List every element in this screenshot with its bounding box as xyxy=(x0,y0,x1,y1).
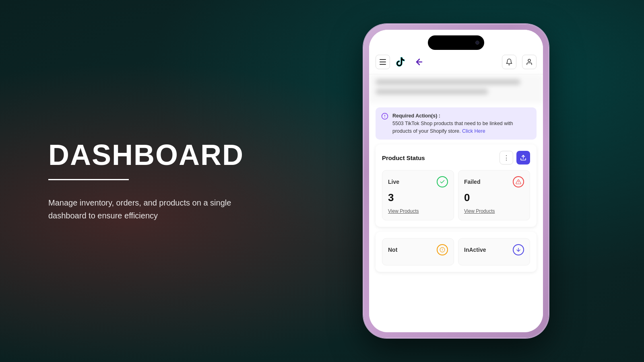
alert-box: Required Action(s) : 5503 TikTok Shop pr… xyxy=(376,107,537,140)
failed-count: 0 xyxy=(464,191,524,204)
alert-message: 5503 TikTok Shop products that need to b… xyxy=(392,121,513,134)
back-icon xyxy=(411,55,425,69)
alert-title: Required Action(s) : xyxy=(392,113,440,119)
live-icon xyxy=(437,176,448,187)
dashboard-description: Manage inventory, orders, and products o… xyxy=(48,196,233,222)
inactive-status-cell: InActive xyxy=(458,238,530,265)
alert-text: Required Action(s) : 5503 TikTok Shop pr… xyxy=(392,112,531,135)
blurred-section xyxy=(369,74,543,103)
blur-line-2 xyxy=(376,89,488,95)
live-view-products-link[interactable]: View Products xyxy=(388,208,419,214)
svg-point-0 xyxy=(528,59,530,62)
camera-dot xyxy=(475,41,479,45)
live-status-cell: Live 3 View Products xyxy=(382,170,454,220)
hamburger-line-2 xyxy=(380,62,386,62)
phone-wrapper: Required Action(s) : 5503 TikTok Shop pr… xyxy=(363,24,549,338)
status-grid: Live 3 View Products xyxy=(382,170,530,220)
hamburger-line-1 xyxy=(380,59,386,60)
phone-screen: Required Action(s) : 5503 TikTok Shop pr… xyxy=(369,30,543,332)
share-button[interactable] xyxy=(516,151,530,165)
alert-link[interactable]: Click Here xyxy=(462,128,485,134)
product-status-title: Product Status xyxy=(382,154,500,161)
not-status-cell: Not xyxy=(382,238,454,265)
card-header: Product Status ⋮ xyxy=(382,151,530,165)
dynamic-island xyxy=(428,35,484,50)
warning-icon xyxy=(437,244,448,255)
blur-line-1 xyxy=(376,79,520,85)
left-panel: DASHBOARD Manage inventory, orders, and … xyxy=(0,108,292,254)
inactive-cell-header: InActive xyxy=(464,244,524,255)
page-content: DASHBOARD Manage inventory, orders, and … xyxy=(0,0,644,362)
screen-content: Required Action(s) : 5503 TikTok Shop pr… xyxy=(369,30,543,332)
live-count: 3 xyxy=(388,191,448,204)
failed-cell-header: Failed xyxy=(464,176,524,187)
user-button[interactable] xyxy=(522,55,537,69)
failed-view-products-link[interactable]: View Products xyxy=(464,208,495,214)
hamburger-line-3 xyxy=(380,64,386,65)
title-divider xyxy=(48,179,129,180)
bottom-partial-card: Not xyxy=(376,232,537,272)
not-cell-header: Not xyxy=(388,244,448,255)
failed-label: Failed xyxy=(464,179,480,185)
bell-button[interactable] xyxy=(502,55,516,69)
live-label: Live xyxy=(388,179,399,185)
menu-button[interactable] xyxy=(376,55,390,69)
not-label: Not xyxy=(388,247,397,253)
more-options-button[interactable]: ⋮ xyxy=(500,151,513,165)
dashboard-title: DASHBOARD xyxy=(48,140,244,169)
live-cell-header: Live xyxy=(388,176,448,187)
tiktok-logo xyxy=(393,55,408,69)
failed-status-cell: Failed 0 xyxy=(458,170,530,220)
product-status-card: Product Status ⋮ xyxy=(376,144,537,227)
right-panel: Required Action(s) : 5503 TikTok Shop pr… xyxy=(292,24,644,338)
info-icon xyxy=(381,113,388,135)
failed-icon xyxy=(513,176,524,187)
inactive-icon xyxy=(513,244,524,255)
inactive-label: InActive xyxy=(464,247,486,253)
